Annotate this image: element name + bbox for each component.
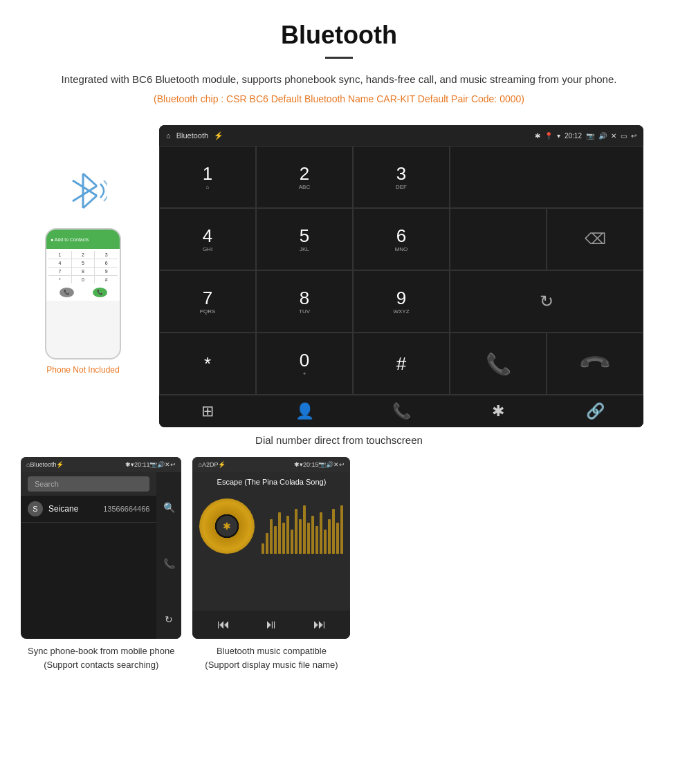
eq-bar [315, 526, 318, 554]
dial-key-9[interactable]: 9 WXYZ [353, 270, 450, 333]
dial-key-star[interactable]: * [159, 333, 256, 395]
back-icon: ↩ [631, 132, 636, 140]
refresh-key[interactable]: ↻ [450, 270, 643, 333]
usb-icon: ⚡ [214, 131, 223, 140]
bt-icon: ✱ [535, 132, 540, 140]
nav-contacts[interactable]: 👤 [256, 402, 353, 420]
play-pause-button[interactable]: ⏯ [265, 617, 277, 632]
refresh-icon: ↻ [540, 292, 553, 311]
phonebook-bt-icon: ✱ [125, 461, 131, 468]
svg-line-1 [83, 174, 97, 186]
close-icon: ✕ [611, 132, 616, 140]
eq-bar [303, 505, 306, 554]
eq-bar [262, 543, 264, 554]
nav-calls[interactable]: 📞 [353, 402, 450, 420]
music-caption: Bluetooth music compatible (Support disp… [192, 639, 350, 677]
call-green-button[interactable]: 📞 [450, 333, 547, 395]
phonebook-back: ↩ [170, 461, 176, 468]
dial-key-8[interactable]: 8 TUV [256, 270, 353, 333]
dial-key-0[interactable]: 0 + [256, 333, 353, 395]
dialpad-grid: 1 ⌂ 2 ABC 3 DEF 4 GHI 5 JKL [159, 146, 643, 395]
dialpad-bottom-nav: ⊞ 👤 📞 ✱ 🔗 [159, 395, 643, 427]
music-back: ↩ [339, 461, 345, 468]
nav-bluetooth[interactable]: ✱ [450, 402, 547, 420]
dial-key-4[interactable]: 4 GHI [159, 208, 256, 270]
display-area [450, 146, 643, 208]
call-red-button[interactable]: 📞 [547, 333, 643, 395]
nav-dialpad[interactable]: ⊞ [159, 402, 256, 420]
dial-key-hash[interactable]: # [353, 333, 450, 395]
phonebook-search-area: Search [21, 472, 156, 496]
eq-bar [278, 512, 281, 554]
backspace-key[interactable]: ⌫ [547, 208, 643, 270]
eq-bar [286, 516, 289, 554]
phone-body: 1 2 3 4 5 6 7 8 9 * 0 # 📞 📞 [46, 249, 120, 301]
phonebook-close: ✕ [165, 461, 170, 468]
svg-line-3 [83, 196, 97, 208]
music-equalizer [262, 498, 343, 554]
page-description: Integrated with BC6 Bluetooth module, su… [42, 71, 636, 88]
contact-avatar: S [28, 501, 43, 516]
dialpad-status-bar: ⌂ Bluetooth ⚡ ✱ 📍 ▾ 20:12 📷 🔊 ✕ ▭ ↩ [159, 125, 643, 146]
music-screen: ⌂ A2DP ⚡ ✱ ▾ 20:15 📷 🔊 ✕ ↩ Escape (The P… [192, 457, 350, 639]
eq-bar [274, 526, 277, 554]
phonebook-caption: Sync phone-book from mobile phone (Suppo… [21, 639, 181, 677]
screen-icon: ▭ [621, 132, 627, 140]
eq-bar [332, 509, 335, 554]
phone-screen: ● Add to Contacts [46, 230, 120, 249]
eq-bar [328, 519, 331, 554]
call-red-icon: 📞 [578, 346, 613, 382]
sidebar-call-icon[interactable]: 📞 [163, 558, 175, 569]
main-content: ● Add to Contacts 1 2 3 4 5 6 7 8 9 * 0 … [0, 125, 678, 427]
eq-bar [291, 530, 293, 554]
music-camera: 📷 [318, 461, 326, 468]
song-title: Escape (The Pina Colada Song) [192, 472, 350, 492]
dialpad-caption: Dial number direct from touchscreen [0, 427, 678, 457]
phone-dialpad: 1 2 3 4 5 6 7 8 9 * 0 # [48, 251, 118, 283]
music-screen-inner: Escape (The Pina Colada Song) ✱ [192, 472, 350, 610]
title-divider [325, 57, 353, 59]
dial-key-2[interactable]: 2 ABC [256, 146, 353, 208]
dialpad-screen: ⌂ Bluetooth ⚡ ✱ 📍 ▾ 20:12 📷 🔊 ✕ ▭ ↩ 1 ⌂ [159, 125, 643, 427]
contact-number: 13566664466 [103, 505, 149, 513]
phonebook-screen-wrap: ⌂ Bluetooth ⚡ ✱ ▾ 20:11 📷 🔊 ✕ ↩ Search [21, 457, 181, 677]
eq-bar [340, 505, 343, 554]
music-time: 20:15 [303, 461, 319, 468]
phonebook-vol: 🔊 [157, 461, 165, 468]
page-title: Bluetooth [42, 21, 636, 50]
nav-link[interactable]: 🔗 [547, 402, 643, 420]
dialpad-time: 20:12 [565, 132, 582, 140]
phonebook-outer: Search S Seicane 13566664466 🔍 📞 ↻ [21, 472, 181, 639]
dial-key-6[interactable]: 6 MNO [353, 208, 450, 270]
dial-key-1[interactable]: 1 ⌂ [159, 146, 256, 208]
music-status-bar: ⌂ A2DP ⚡ ✱ ▾ 20:15 📷 🔊 ✕ ↩ [192, 457, 350, 472]
eq-bar [270, 519, 273, 554]
music-controls: ⏮ ⏯ ⏭ [192, 610, 350, 639]
music-disc-inner: ✱ [217, 516, 237, 536]
phonebook-sidebar: 🔍 📞 ↻ [156, 472, 181, 639]
bluetooth-music-icon: ✱ [223, 521, 231, 532]
prev-button[interactable]: ⏮ [217, 617, 230, 632]
music-vol: 🔊 [326, 461, 333, 468]
phonebook-empty-space [21, 523, 156, 585]
search-box[interactable]: Search [28, 476, 149, 492]
dial-key-7[interactable]: 7 PQRS [159, 270, 256, 333]
volume-icon: 🔊 [598, 132, 607, 140]
music-screen-title: A2DP [202, 461, 219, 468]
eq-bar [299, 519, 302, 554]
next-button[interactable]: ⏭ [313, 617, 326, 632]
sidebar-refresh-icon[interactable]: ↻ [165, 614, 173, 625]
dial-key-3[interactable]: 3 DEF [353, 146, 450, 208]
phone-not-included-label: Phone Not Included [46, 365, 119, 375]
empty-r2c4 [450, 208, 547, 270]
camera-icon: 📷 [586, 132, 594, 140]
music-disc: ✱ [199, 498, 255, 554]
sidebar-search-icon[interactable]: 🔍 [163, 502, 175, 513]
eq-bar [307, 523, 310, 554]
eq-bar [266, 533, 268, 554]
phone-container: ● Add to Contacts 1 2 3 4 5 6 7 8 9 * 0 … [21, 125, 145, 375]
dial-key-5[interactable]: 5 JKL [256, 208, 353, 270]
bluetooth-wave-icon [59, 167, 107, 221]
contact-row[interactable]: S Seicane 13566664466 [21, 496, 156, 523]
eq-bar [336, 523, 339, 554]
